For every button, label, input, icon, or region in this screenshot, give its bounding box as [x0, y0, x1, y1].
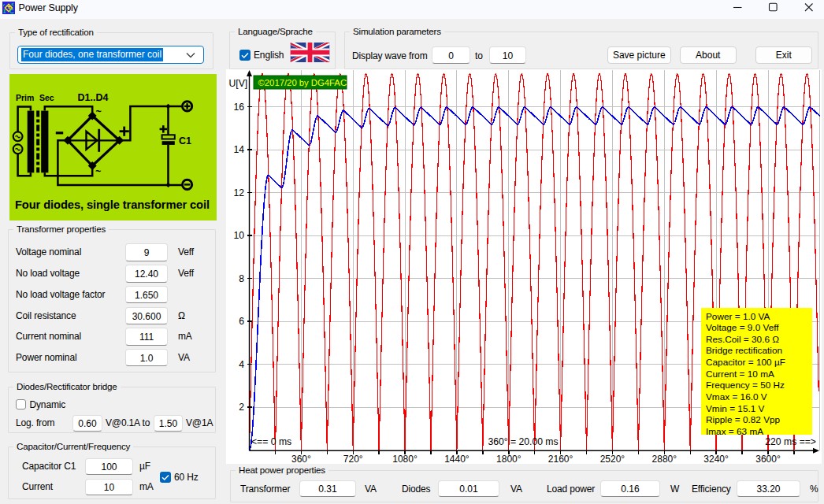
svg-text:~: ~	[95, 166, 101, 177]
svg-text:Power = 1.0 VA: Power = 1.0 VA	[706, 311, 770, 322]
svg-text:3240°: 3240°	[703, 454, 729, 465]
svg-text:4: 4	[239, 359, 244, 370]
svg-text:Voltage = 9.0 Veff: Voltage = 9.0 Veff	[706, 322, 779, 333]
svg-text:~: ~	[96, 106, 102, 117]
svg-text:2880°: 2880°	[652, 454, 677, 465]
svg-text:3600°: 3600°	[755, 454, 781, 465]
svg-text:2520°: 2520°	[600, 454, 625, 465]
svg-text:8: 8	[239, 273, 244, 284]
svg-text:360° = 20.00 ms: 360° = 20.00 ms	[488, 436, 558, 447]
svg-text:Res.Coil = 30.6 Ω: Res.Coil = 30.6 Ω	[706, 334, 779, 345]
svg-text:10: 10	[233, 230, 244, 241]
svg-text:Bridge rectification: Bridge rectification	[706, 345, 782, 356]
svg-text:Vmax = 16.0 V: Vmax = 16.0 V	[706, 391, 767, 402]
svg-text:Sec: Sec	[39, 93, 54, 102]
svg-text:D1..D4: D1..D4	[78, 92, 109, 103]
svg-text:360°: 360°	[291, 454, 311, 465]
svg-text:<== 0 ms: <== 0 ms	[251, 436, 291, 447]
svg-text:1440°: 1440°	[444, 454, 470, 465]
svg-text:2160°: 2160°	[548, 454, 573, 465]
svg-text:14: 14	[233, 144, 244, 155]
svg-text:Imax = 63 mA: Imax = 63 mA	[706, 426, 763, 437]
svg-text:U[V]: U[V]	[229, 78, 248, 89]
svg-text:720°: 720°	[343, 454, 363, 465]
svg-text:6: 6	[239, 316, 244, 327]
svg-text:16: 16	[233, 102, 244, 113]
svg-text:Vmin = 15.1 V: Vmin = 15.1 V	[706, 403, 765, 414]
svg-text:©2017/20 by DG4FAC: ©2017/20 by DG4FAC	[258, 78, 347, 87]
svg-text:Four diodes, single transforme: Four diodes, single transformer coil	[15, 198, 210, 211]
svg-text:220 ms ==>: 220 ms ==>	[765, 436, 816, 447]
svg-text:Current = 10 mA: Current = 10 mA	[706, 369, 774, 380]
svg-text:Prim: Prim	[16, 93, 34, 102]
svg-text:C1: C1	[179, 135, 191, 146]
svg-text:Capacitor = 100 µF: Capacitor = 100 µF	[706, 357, 785, 368]
svg-text:Frequency = 50 Hz: Frequency = 50 Hz	[706, 380, 785, 391]
svg-text:1080°: 1080°	[392, 454, 418, 465]
svg-text:12: 12	[233, 187, 244, 198]
svg-text:2: 2	[239, 402, 244, 413]
svg-text:Ripple = 0.82 Vpp: Ripple = 0.82 Vpp	[706, 414, 781, 425]
svg-text:1800°: 1800°	[496, 454, 521, 465]
